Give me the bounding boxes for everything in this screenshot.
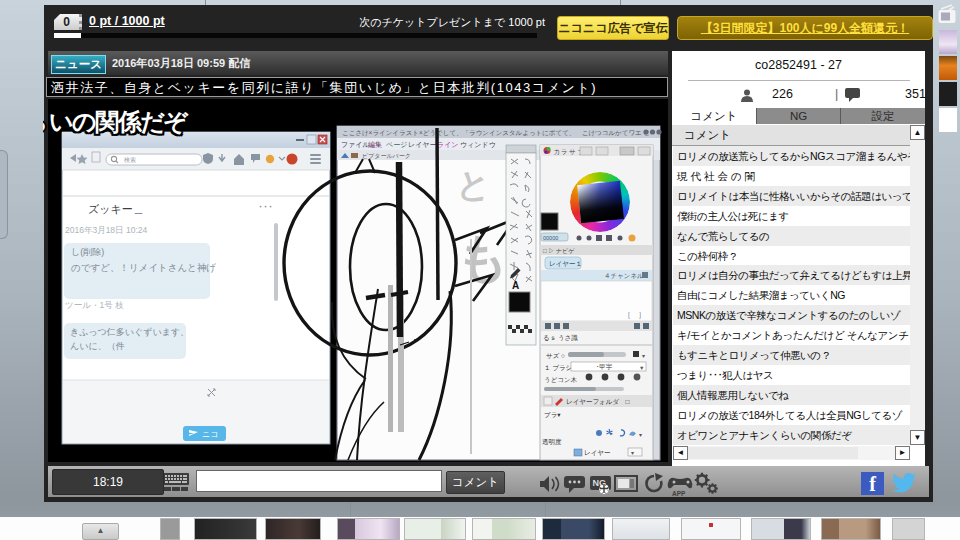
svg-text:･･･: ･･･ — [258, 202, 273, 213]
svg-text:ビブタールバーク: ビブタールバーク — [362, 152, 411, 159]
svg-text:APP: APP — [672, 490, 686, 497]
svg-text:んいに、（件: んいに、（件 — [70, 341, 125, 351]
svg-text:と: と — [456, 166, 491, 204]
svg-text:透明度: 透明度 — [542, 438, 562, 446]
svg-text:るｓ うさ識: るｓ うさ識 — [543, 334, 578, 342]
svg-text:00000: 00000 — [543, 235, 558, 241]
svg-text:▾: ▾ — [631, 450, 634, 456]
svg-text:ツール・1号 枝: ツール・1号 枝 — [65, 300, 124, 310]
svg-text:□ ▷ ナビゲ: □ ▷ ナビゲ — [543, 248, 575, 254]
svg-text:うどコン木: うどコン木 — [544, 376, 578, 384]
svg-text:ページ: ページ — [386, 141, 407, 148]
svg-text:サズ ○: サズ ○ — [546, 352, 565, 360]
svg-text:レイヤー: レイヤー — [584, 449, 610, 456]
svg-text:きふっつ仁多いぐずいます、: きふっつ仁多いぐずいます、 — [70, 327, 189, 337]
svg-text:し(削除): し(削除) — [71, 247, 104, 257]
svg-text:ニコ: ニコ — [202, 430, 218, 439]
svg-text:▼: ▼ — [639, 365, 644, 371]
svg-text:［ ］: ［ ］ — [624, 311, 645, 319]
svg-text:ここさけ×ラインイラスト×どうでして、「ラウンインスタルよっ: ここさけ×ラインイラスト×どうでして、「ラウンインスタルよっトにボてて、 こけつ… — [342, 129, 650, 137]
svg-text:▾: ▾ — [639, 432, 642, 438]
svg-text:ウィンドウ: ウィンドウ — [460, 141, 496, 149]
svg-text:▾: ▾ — [642, 353, 645, 359]
svg-text:ズッキー＿: ズッキー＿ — [88, 203, 144, 215]
svg-text:ファイル: ファイル — [341, 141, 370, 148]
svg-text:レイヤー: レイヤー — [408, 141, 437, 148]
svg-text:A: A — [512, 280, 519, 291]
svg-text:編集: 編集 — [368, 141, 382, 148]
svg-text:検索: 検索 — [124, 156, 136, 163]
svg-text:レイヤーフォルダ □: レイヤーフォルダ □ — [566, 398, 630, 405]
svg-text:･甲宇: ･甲宇 — [596, 363, 613, 371]
svg-text:2016年3月18日 10:24: 2016年3月18日 10:24 — [65, 225, 147, 235]
svg-text:ライン: ライン — [437, 141, 459, 148]
svg-text:レイヤー１: レイヤー１ — [549, 260, 582, 267]
svg-text:のですど、！リメイトさんと神げ: のですど、！リメイトさんと神げ — [71, 262, 216, 273]
svg-text:４チャンネル: ４チャンネル — [604, 272, 644, 279]
svg-text:プラ▾: プラ▾ — [544, 411, 561, 418]
